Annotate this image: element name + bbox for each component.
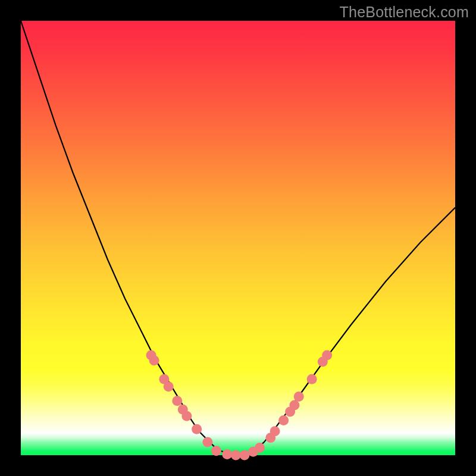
data-marker <box>164 381 174 392</box>
data-marker <box>211 446 221 456</box>
data-marker <box>231 450 241 461</box>
chart-frame: TheBottleneck.com <box>0 0 476 476</box>
data-marker <box>202 437 212 447</box>
marker-group <box>146 350 333 461</box>
data-marker <box>255 443 265 453</box>
plot-area <box>21 21 455 455</box>
curve-layer <box>21 21 455 455</box>
data-marker <box>181 411 192 421</box>
data-marker <box>192 424 202 434</box>
data-marker <box>239 450 249 461</box>
data-marker <box>307 374 317 384</box>
data-marker <box>222 449 232 459</box>
data-marker <box>278 415 289 425</box>
data-marker <box>149 355 159 365</box>
data-marker <box>172 396 182 406</box>
data-marker <box>270 426 280 436</box>
watermark-text: TheBottleneck.com <box>340 4 469 21</box>
bottleneck-curve <box>21 21 455 455</box>
data-marker <box>322 350 332 361</box>
data-marker <box>294 392 304 402</box>
data-marker <box>289 400 299 411</box>
